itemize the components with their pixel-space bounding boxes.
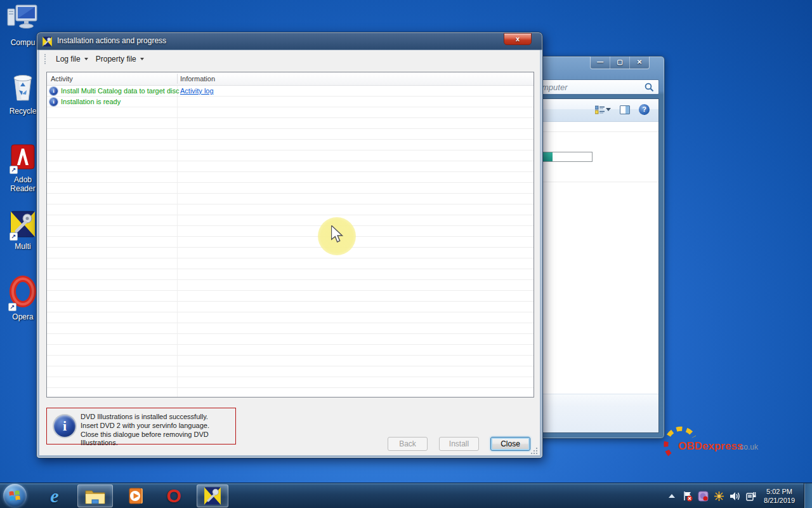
media-player-icon (126, 486, 145, 505)
message-line: Insert DVD 2 with your servinfo language… (81, 422, 235, 431)
windows-logo-icon (3, 484, 27, 507)
start-button[interactable] (3, 484, 27, 507)
explorer-search-box[interactable]: mputer (537, 79, 659, 95)
column-divider (177, 74, 178, 84)
install-button: Install (439, 437, 479, 451)
multi-catalog-icon: ↗ (10, 210, 36, 241)
message-line: Close this dialogue before removing DVD … (81, 431, 235, 448)
views-icon (595, 105, 605, 114)
activity-log-link[interactable]: Activity log (180, 86, 214, 97)
close-dialog-button[interactable]: Close (490, 437, 530, 451)
back-button: Back (388, 437, 428, 451)
activity-cell: Install Multi Catalog data to target dis… (61, 86, 179, 97)
clock-time: 5:02 PM (764, 487, 795, 496)
maximize-button[interactable]: ▢ (610, 57, 630, 69)
window-caption-buttons: — ▢ ✕ (590, 57, 650, 69)
close-button[interactable]: x (504, 33, 532, 45)
mouse-cursor (331, 225, 344, 243)
menu-property-file[interactable]: Property file (92, 52, 148, 66)
activity-table: Activity Information i Install Multi Cat… (46, 72, 534, 398)
folder-icon (84, 487, 106, 505)
chevron-down-icon (140, 58, 144, 60)
shortcut-arrow-icon: ↗ (10, 166, 18, 174)
background-progress-bar (538, 152, 593, 162)
show-desktop-button[interactable] (804, 483, 812, 508)
volume-icon[interactable] (730, 491, 740, 502)
power-plug-icon[interactable] (745, 491, 756, 502)
dialog-titlebar[interactable]: Installation actions and progress x (37, 32, 542, 50)
opera-icon: O (166, 486, 181, 506)
search-icon (645, 83, 654, 92)
info-icon: i (49, 98, 58, 106)
chevron-up-icon (669, 494, 675, 498)
dialog-menubar: Log file Property file (39, 50, 540, 67)
status-message: DVD Illustrations is installed successfu… (81, 413, 235, 448)
chevron-down-icon (606, 108, 611, 111)
column-header-information[interactable]: Information (180, 75, 215, 83)
message-line: DVD Illustrations is installed successfu… (81, 413, 235, 422)
network-activity-icon[interactable] (714, 491, 724, 502)
table-row[interactable]: i Installation is ready (47, 97, 534, 107)
chevron-down-icon (84, 58, 88, 60)
close-button[interactable]: ✕ (630, 57, 649, 69)
opera-icon: ↗ (8, 276, 37, 311)
preview-pane-button[interactable] (620, 105, 630, 114)
shortcut-arrow-icon: ↗ (8, 303, 16, 311)
info-icon: i (49, 87, 58, 95)
column-header-activity[interactable]: Activity (51, 75, 73, 83)
minimize-button[interactable]: — (591, 57, 610, 69)
info-icon: i (54, 415, 75, 437)
table-header: Activity Information (47, 72, 534, 86)
adobe-reader-icon: ↗ (10, 144, 36, 174)
desktop: Compu Recycle ↗ Adob Reader (0, 0, 812, 508)
action-center-icon[interactable] (682, 491, 693, 502)
multi-catalog-icon (203, 486, 222, 505)
taskbar-media-player[interactable] (122, 485, 150, 507)
antivirus-tray-icon[interactable] (698, 491, 709, 502)
watermark-brand-text: OBDexpress (678, 440, 743, 452)
taskbar: e O (0, 483, 812, 508)
menu-log-file[interactable]: Log file (52, 52, 92, 66)
views-button[interactable] (595, 105, 611, 114)
system-tray: 5:02 PM 8/21/2019 (666, 483, 812, 508)
obdexpress-watermark: OBDexpress .co.uk (661, 423, 763, 467)
help-button[interactable]: ? (639, 104, 650, 115)
clock-date: 8/21/2019 (764, 496, 795, 505)
internet-explorer-icon: e (50, 486, 58, 505)
watermark-suffix-text: .co.uk (738, 443, 759, 451)
table-row[interactable]: i Install Multi Catalog data to target d… (47, 86, 534, 97)
taskbar-internet-explorer[interactable]: e (41, 485, 69, 507)
toolbar-grip (44, 54, 46, 64)
installer-dialog: Installation actions and progress x Log … (36, 32, 543, 458)
table-body: i Install Multi Catalog data to target d… (47, 86, 534, 397)
status-message-box: i DVD Illustrations is installed success… (46, 408, 236, 444)
taskbar-opera[interactable]: O (160, 485, 188, 507)
taskbar-multi-catalog[interactable] (197, 485, 228, 507)
dialog-title: Installation actions and progress (57, 32, 166, 50)
taskbar-windows-explorer[interactable] (77, 485, 113, 507)
search-placeholder: mputer (542, 83, 567, 92)
multi-catalog-icon (42, 36, 53, 47)
computer-icon (6, 4, 39, 37)
shortcut-arrow-icon: ↗ (10, 232, 18, 241)
resize-grip[interactable] (531, 447, 538, 454)
hidden-icons-button[interactable] (666, 491, 677, 502)
taskbar-clock[interactable]: 5:02 PM 8/21/2019 (764, 487, 795, 505)
recycle-bin-icon (9, 71, 37, 105)
activity-cell: Installation is ready (61, 97, 121, 107)
dialog-content: Log file Property file Activity Informat… (39, 50, 540, 455)
